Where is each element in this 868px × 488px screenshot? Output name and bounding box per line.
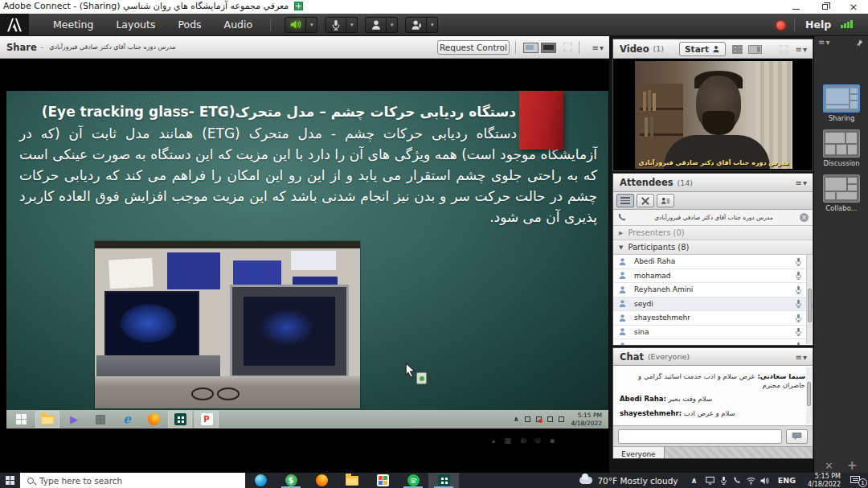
menu-pods[interactable]: Pods: [166, 18, 212, 31]
microphone-tray-icon[interactable]: [717, 473, 731, 488]
attendee-list-view-button[interactable]: [616, 194, 634, 207]
participant-row[interactable]: Abedi Raha: [613, 255, 813, 269]
menu-meeting[interactable]: Meeting: [42, 18, 104, 31]
chat-message: Abedi Raha سلام وقت بخير: [620, 395, 805, 404]
notification-center-icon[interactable]: 1: [846, 473, 868, 488]
speaker-button[interactable]: [285, 17, 306, 33]
collapse-arrow-icon[interactable]: ▼: [619, 244, 623, 251]
minimize-button[interactable]: [781, 0, 810, 14]
status-dropdown[interactable]: ▾: [427, 17, 438, 33]
volume-tray-icon[interactable]: [758, 473, 772, 488]
participant-row[interactable]: sina: [613, 326, 813, 340]
view-toggle-windowed-icon[interactable]: [523, 43, 538, 53]
close-button[interactable]: ×: [839, 0, 868, 14]
connection-signal-icon[interactable]: [841, 20, 853, 28]
layout-menu-icon[interactable]: ≡▾: [818, 38, 830, 47]
chat-pod-menu-icon[interactable]: ≡▾: [796, 352, 808, 361]
send-message-button[interactable]: [786, 429, 808, 444]
overlay-icon[interactable]: ⊖: [535, 437, 542, 445]
video-grid-view-icon[interactable]: [732, 45, 743, 54]
start-button[interactable]: [0, 473, 20, 488]
attendees-pod-title: Attendees: [620, 177, 674, 188]
microphone-button[interactable]: [325, 17, 346, 33]
file-explorer-icon[interactable]: [337, 473, 367, 488]
overlay-icon[interactable]: ▴: [492, 437, 496, 445]
video-fullscreen-icon[interactable]: [779, 44, 788, 54]
overlay-icon[interactable]: ⊕: [520, 437, 526, 445]
windows-taskbar: $ 70°F Mostly cloudy ∧ ENG 5:15 PM 4/18/…: [0, 473, 868, 488]
chat-message: shayestehmehr سلام و عرض ادب: [620, 409, 805, 418]
delete-layout-icon[interactable]: ✕: [825, 460, 833, 472]
presentation-slide: دستگاه ردیابی حرکات چشم – مدل متحرک(Eye …: [6, 91, 608, 410]
chat-scrollbar[interactable]: [806, 367, 812, 424]
search-input[interactable]: [39, 476, 224, 486]
shared-clock: 5:15 PM 4/18/2022: [571, 412, 602, 427]
view-toggle-full-icon[interactable]: [541, 43, 556, 53]
attendee-breakout-view-button[interactable]: [637, 194, 654, 207]
webcam-dropdown[interactable]: ▾: [387, 17, 398, 33]
adobe-connect-taskbar-icon[interactable]: [428, 473, 459, 488]
raise-hand-button[interactable]: [405, 17, 427, 33]
slide-body-text: دستگاه ردیابی حرکات چشم - مدل متحرک (ETG…: [6, 120, 608, 228]
start-webcam-button[interactable]: Start: [679, 42, 726, 56]
disconnect-call-icon[interactable]: ×: [800, 213, 809, 222]
attendees-pod: Attendees (14) ≡▾ مدرس دوره جناب آقاي دك…: [612, 173, 813, 346]
attendees-pod-menu-icon[interactable]: ≡▾: [796, 178, 808, 187]
firefox-icon[interactable]: [306, 473, 337, 488]
attendee-status-view-button[interactable]: [657, 194, 674, 207]
currency-app-icon[interactable]: $: [276, 473, 306, 488]
cloud-icon: [579, 477, 592, 484]
expand-arrow-icon[interactable]: ▶: [619, 230, 623, 236]
shared-system-tray: ∧: [514, 416, 564, 423]
language-indicator[interactable]: ENG: [772, 476, 802, 485]
pin-icon[interactable]: [855, 39, 864, 47]
participant-row[interactable]: seydi: [613, 297, 813, 312]
layout-collaboration-thumbnail[interactable]: [823, 174, 860, 203]
attendees-scrollbar[interactable]: [806, 255, 812, 344]
chat-message: سيما سعادتي عرض سلام و ادب خدمت اساتيد گ…: [620, 372, 805, 389]
restore-button[interactable]: [810, 0, 839, 14]
participant-row[interactable]: mohamad: [613, 269, 813, 284]
spotify-icon[interactable]: [398, 473, 428, 488]
microphone-dropdown[interactable]: ▾: [346, 17, 358, 33]
video-pod: Video (1) Start ≡▾: [612, 39, 813, 171]
tab-everyone[interactable]: Everyone: [613, 447, 665, 459]
taskbar-search[interactable]: [20, 473, 245, 488]
add-layout-icon[interactable]: +: [847, 458, 858, 473]
menu-audio[interactable]: Audio: [213, 18, 264, 31]
layout-discussion-thumbnail[interactable]: [823, 129, 860, 158]
display-tray-icon[interactable]: [703, 473, 717, 488]
tray-expand-icon[interactable]: ∧: [686, 476, 703, 485]
video-pod-menu-icon[interactable]: ≡▾: [796, 44, 808, 53]
webcam-button[interactable]: [365, 17, 387, 33]
taskbar-time: 5:15 PM: [808, 473, 841, 481]
edge-icon[interactable]: [245, 473, 276, 488]
layout-sharing-thumbnail[interactable]: [823, 84, 860, 113]
presenters-group-header[interactable]: ▶ Presenters (0): [613, 226, 813, 240]
fullscreen-icon[interactable]: [563, 42, 573, 52]
speaker-dropdown[interactable]: ▾: [306, 17, 317, 33]
menu-layouts[interactable]: Layouts: [104, 18, 166, 31]
participants-group-header[interactable]: ▼ Participants (8): [613, 240, 813, 255]
laptop-screen: [104, 291, 199, 357]
participant-row-partial[interactable]: [613, 339, 813, 346]
chat-input[interactable]: [618, 429, 782, 444]
video-filmstrip-view-icon[interactable]: [748, 45, 762, 54]
participant-row[interactable]: shayestehmehr: [613, 311, 813, 326]
chat-tab-bar: Everyone: [613, 446, 813, 459]
request-control-button[interactable]: Request Control: [437, 40, 510, 55]
share-pod-menu-icon[interactable]: ≡▾: [592, 43, 604, 51]
office-icon[interactable]: [367, 473, 398, 488]
weather-widget[interactable]: 70°F Mostly cloudy: [572, 476, 685, 486]
wifi-tray-icon[interactable]: [744, 473, 758, 488]
sh-adobe-connect-icon: [168, 411, 192, 428]
share-pod: Share - مدرس دوره جناب آقاي دكتر صادقي ف…: [0, 36, 609, 473]
participant-row[interactable]: Reyhaneh Amini: [613, 283, 813, 297]
phone-tray-icon[interactable]: [731, 473, 744, 488]
active-speaker-row[interactable]: مدرس دوره جناب آقاي دكتر صادقي فيروزآباد…: [613, 210, 813, 226]
taskbar-clock[interactable]: 5:15 PM 4/18/2022: [802, 473, 846, 488]
overlay-icon[interactable]: ▦: [505, 437, 512, 445]
adobe-logo: [0, 14, 29, 36]
overlay-icon[interactable]: ▪: [550, 437, 555, 445]
menu-help[interactable]: Help: [805, 18, 831, 31]
